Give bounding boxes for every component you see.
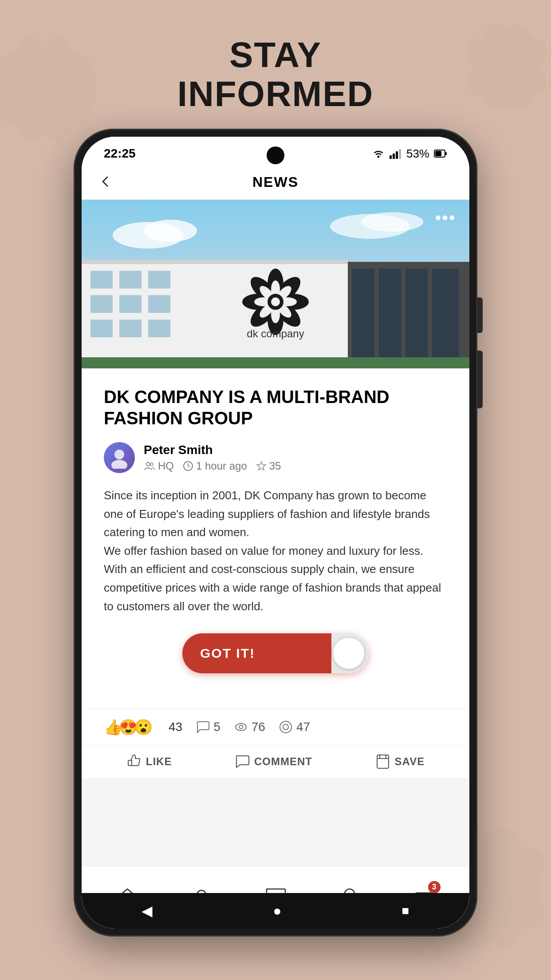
view-icon [234, 720, 248, 734]
svg-rect-30 [119, 271, 142, 288]
heading-line2: INFORMED [0, 75, 551, 114]
svg-rect-39 [352, 269, 374, 357]
star-icon [256, 461, 267, 471]
svg-rect-43 [82, 260, 348, 264]
signal-icon [390, 148, 402, 159]
wifi-icon [372, 148, 385, 159]
like-count: 43 [169, 720, 182, 734]
app-title: NEWS [252, 174, 299, 190]
location-icon [144, 461, 155, 471]
svg-rect-34 [148, 295, 170, 313]
svg-rect-20 [445, 152, 447, 155]
svg-rect-21 [435, 151, 441, 156]
comment-action-icon [235, 754, 250, 769]
building-svg: dk company [82, 200, 469, 368]
author-location: HQ [144, 460, 174, 472]
svg-marker-69 [257, 462, 266, 470]
author-meta: HQ 1 hour ago [144, 460, 447, 472]
svg-rect-35 [91, 320, 113, 337]
save-count: 47 [296, 720, 310, 734]
svg-rect-31 [148, 271, 170, 288]
svg-rect-40 [379, 269, 401, 357]
article-body: Since its inception in 2001, DK Company … [104, 486, 447, 616]
content-area[interactable]: dk company ••• DK COMPANY IS A MULTI-BRA… [82, 200, 469, 903]
author-time: 1 hour ago [183, 460, 247, 472]
author-avatar [104, 442, 135, 473]
battery-percent: 53% [406, 147, 429, 161]
author-name: Peter Smith [144, 443, 447, 457]
got-it-toggle[interactable] [333, 638, 364, 669]
action-bar: LIKE COMMENT SAVE [82, 745, 469, 778]
svg-rect-74 [128, 760, 132, 766]
comment-action[interactable]: COMMENT [235, 754, 312, 769]
camera-notch [267, 146, 284, 164]
comment-reaction: 5 [196, 720, 220, 734]
android-nav: ◀ ● ■ [82, 893, 469, 929]
battery-icon [434, 148, 447, 159]
clock-icon [183, 461, 193, 471]
svg-point-71 [239, 725, 243, 729]
save-icon-small [279, 720, 293, 734]
svg-point-25 [144, 220, 197, 242]
comment-label: COMMENT [254, 755, 312, 768]
status-icons: 53% [372, 147, 447, 161]
svg-rect-33 [119, 295, 142, 313]
app-header: NEWS [82, 165, 469, 200]
svg-point-62 [271, 297, 280, 306]
emoji-wow: 😮 [134, 718, 153, 736]
svg-rect-44 [82, 357, 469, 368]
view-count: 76 [252, 720, 265, 734]
more-options-button[interactable]: ••• [435, 209, 456, 227]
svg-rect-15 [390, 155, 392, 159]
view-reaction: 76 [234, 720, 265, 734]
svg-point-73 [283, 724, 288, 730]
like-action[interactable]: LIKE [126, 754, 172, 769]
comment-count: 5 [213, 720, 220, 734]
menu-badge: 3 [428, 881, 441, 893]
svg-point-64 [114, 450, 124, 459]
save-reaction: 47 [279, 720, 310, 734]
svg-rect-42 [432, 269, 459, 357]
thumbs-up-icon [126, 754, 142, 769]
author-row: Peter Smith HQ [104, 442, 447, 473]
svg-rect-29 [91, 271, 113, 288]
svg-rect-75 [377, 755, 389, 768]
svg-rect-16 [393, 154, 395, 159]
save-label: SAVE [395, 755, 425, 768]
article-image: dk company ••• [82, 200, 469, 368]
svg-rect-37 [148, 320, 170, 337]
author-info: Peter Smith HQ [144, 443, 447, 472]
article-title: DK COMPANY IS A MULTI-BRAND FASHION GROU… [104, 386, 447, 429]
comment-icon [196, 720, 210, 734]
article-card: DK COMPANY IS A MULTI-BRAND FASHION GROU… [82, 368, 469, 709]
svg-point-14 [377, 156, 379, 158]
status-bar: 22:25 53% [82, 137, 469, 165]
like-label: LIKE [146, 755, 172, 768]
got-it-button[interactable]: GOT IT! [182, 633, 369, 673]
svg-text:dk company: dk company [247, 328, 304, 340]
reaction-emojis: 👍 😍 😮 [104, 718, 149, 736]
svg-rect-36 [119, 320, 142, 337]
heading-line1: STAY [0, 36, 551, 75]
save-action[interactable]: SAVE [375, 754, 425, 769]
save-action-icon [375, 754, 390, 769]
svg-rect-41 [405, 269, 428, 357]
android-home-button[interactable]: ● [273, 903, 281, 919]
got-it-container: GOT IT! [104, 633, 447, 673]
reactions-row: 👍 😍 😮 43 5 76 [82, 709, 469, 745]
android-back-button[interactable]: ◀ [142, 902, 153, 919]
svg-rect-18 [399, 149, 401, 159]
back-button[interactable] [99, 173, 112, 192]
phone-shell: 22:25 53% [74, 129, 477, 937]
author-rating: 35 [256, 460, 281, 472]
svg-point-72 [280, 721, 291, 733]
status-time: 22:25 [104, 146, 136, 161]
svg-point-70 [236, 723, 246, 731]
phone-screen: 22:25 53% [82, 137, 469, 929]
svg-rect-17 [396, 151, 398, 159]
svg-rect-32 [91, 295, 113, 313]
got-it-label: GOT IT! [200, 646, 255, 661]
android-recent-button[interactable]: ■ [402, 904, 409, 918]
svg-point-67 [150, 463, 153, 466]
svg-point-66 [146, 462, 150, 466]
